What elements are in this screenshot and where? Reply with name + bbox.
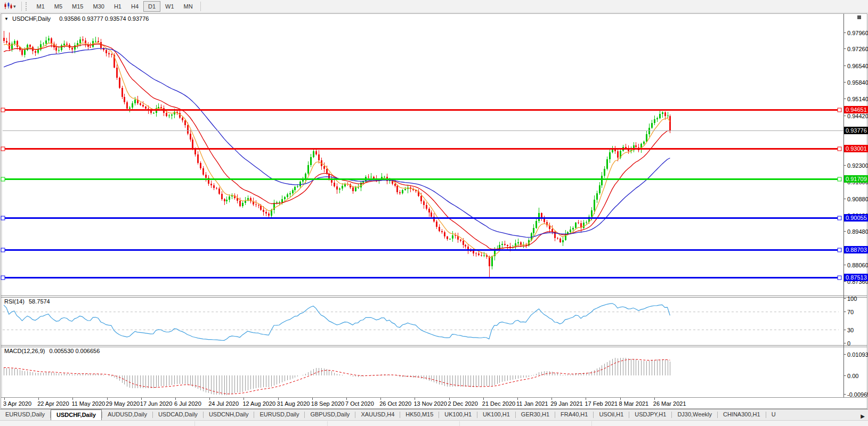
tab-scroll-right-button[interactable]: ▶ [857,412,868,420]
time-tick-label: 11 May 2020 [71,400,105,407]
price-tick-label: 0.89480 [847,228,868,235]
macd-axis-label: 0.00 [847,373,858,379]
timeframe-button-m15[interactable]: M15 [67,1,88,12]
price-tick-label: 0.94420 [847,113,868,119]
time-tick-label: 3 Apr 2020 [3,400,31,407]
price-tick-label: 0.88060 [847,262,868,268]
hline-right-handle[interactable] [838,248,841,252]
toolbar-grip-handle[interactable] [26,2,29,11]
macd-axis-label: -0.009653 [847,391,868,398]
tab-usdchf-daily[interactable]: USDCHF,Daily [51,409,102,420]
time-tick-label: 29 May 2020 [106,400,140,407]
time-tick-label: 29 Jan 2021 [550,400,583,407]
price-badge-label: 0.94651 [846,106,867,113]
chart-type-button[interactable]: ▾ [1,1,19,12]
price-tick-label: 0.92300 [847,162,868,169]
tab-usdcad-daily[interactable]: USDCAD,Daily [153,409,203,420]
hline-right-handle[interactable] [838,177,841,181]
hline-left-handle[interactable] [1,276,5,280]
timeframe-button-h4[interactable]: H4 [126,1,143,12]
tab-u[interactable]: U [766,409,781,420]
time-tick-label: 17 Feb 2021 [585,400,618,407]
tab-eurusd-daily[interactable]: EURUSD,Daily [0,409,50,420]
time-tick-label: 26 Mar 2021 [653,400,686,407]
tab-usdcnh-daily[interactable]: USDCNH,Daily [204,409,254,420]
chart-title: ▼ USDCHF,Daily 0.93586 0.93777 0.93574 0… [4,15,149,22]
hline-right-handle[interactable] [838,108,841,112]
time-tick-label: 18 Sep 2020 [311,400,344,407]
timeframe-button-group: M1M5M15M30H1H4D1W1MN [32,1,198,12]
price-badge-label: 0.88703 [846,247,867,253]
price-tick-label: 0.96540 [847,63,868,69]
price-tick-label: 0.95140 [847,96,868,102]
toolbar-separator [200,2,201,11]
price-tick-label: 0.95840 [847,79,868,86]
rsi-axis-label: 70 [847,309,854,315]
rsi-indicator-label: RSI(14) 58.7574 [4,298,50,305]
timeframe-button-m1[interactable]: M1 [32,1,50,12]
tab-china300-h1[interactable]: CHINA300,H1 [718,409,766,420]
status-separator [327,421,328,426]
tab-ger30-h1[interactable]: GER30,H1 [516,409,555,420]
tab-gbpusd-daily[interactable]: GBPUSD,Daily [305,409,355,420]
tab-uk100-h1[interactable]: UK100,H1 [439,409,477,420]
macd-indicator-label: MACD(12,26,9) 0.005530 0.006656 [4,348,100,354]
tab-dj30-weekly[interactable]: DJ30,Weekly [672,409,717,420]
time-tick-label: 12 Aug 2020 [242,400,275,407]
tab-audusd-daily[interactable]: AUDUSD,Daily [102,409,152,420]
hline-right-handle[interactable] [838,147,841,151]
hline-right-handle[interactable] [838,216,841,220]
chart-tab-bar: EURUSD,DailyUSDCHF,DailyAUDUSD,DailyUSDC… [0,409,868,420]
symbol-period-label: USDCHF,Daily [12,15,51,22]
dropdown-caret-icon[interactable]: ▾ [13,4,16,9]
chart-tabs: EURUSD,DailyUSDCHF,DailyAUDUSD,DailyUSDC… [0,409,781,420]
price-chart-svg[interactable]: 0.979600.972600.965400.958400.951400.944… [0,0,868,426]
hline-left-handle[interactable] [1,147,5,151]
price-badge-label: 0.93776 [846,127,867,134]
tab-fra40-h1[interactable]: FRA40,H1 [555,409,593,420]
timeframe-button-w1[interactable]: W1 [160,1,179,12]
price-badge-label: 0.91709 [846,176,867,182]
tab-usoil-h1[interactable]: USOil,H1 [594,409,629,420]
hline-left-handle[interactable] [1,216,5,220]
candlestick-chart-icon [4,2,12,11]
time-tick-label: 17 Jun 2020 [140,400,173,407]
status-separator [591,421,592,426]
status-separator [459,421,460,426]
tab-eurusd-daily[interactable]: EURUSD,Daily [254,409,304,420]
macd-axis-label: 0.010933 [847,351,868,358]
macd-name: MACD(12,26,9) [4,348,45,354]
time-tick-label: 24 Jul 2020 [208,400,239,407]
timeframe-button-m5[interactable]: M5 [50,1,67,12]
tab-xauusd-h4[interactable]: XAUUSD,H4 [355,409,400,420]
rsi-axis-label: 0 [847,340,850,347]
price-badge-label: 0.93001 [846,145,867,152]
tab-uk100-h1[interactable]: UK100,H1 [477,409,515,420]
hline-left-handle[interactable] [1,248,5,252]
hline-left-handle[interactable] [1,177,5,181]
timeframe-button-mn[interactable]: MN [179,1,198,12]
chart-shift-marker [857,15,861,19]
time-tick-label: 22 Apr 2020 [37,400,69,407]
hline-left-handle[interactable] [1,108,5,112]
price-badge-label: 0.87513 [846,274,867,281]
timeframe-button-d1[interactable]: D1 [143,1,160,12]
rsi-axis-label: 30 [847,327,854,333]
time-tick-label: 6 Jul 2020 [174,400,201,407]
time-tick-label: 8 Mar 2021 [619,400,649,407]
timeframe-button-h1[interactable]: H1 [109,1,126,12]
tab-hk50-m15[interactable]: HK50,M15 [400,409,439,420]
time-tick-label: 31 Aug 2020 [277,400,310,407]
toolbar-separator [21,2,22,11]
time-tick-label: 2 Dec 2020 [448,400,478,407]
status-strip [0,420,868,426]
time-tick-label: 7 Oct 2020 [345,400,374,407]
price-tick-label: 0.90880 [847,196,868,202]
status-separator [194,421,195,426]
collapse-triangle-icon[interactable]: ▼ [4,17,9,21]
price-tick-label: 0.97960 [847,30,868,36]
rsi-name: RSI(14) [4,298,25,305]
tab-usdjpy-h1[interactable]: USDJPY,H1 [629,409,671,420]
hline-right-handle[interactable] [838,276,841,280]
timeframe-button-m30[interactable]: M30 [88,1,109,12]
